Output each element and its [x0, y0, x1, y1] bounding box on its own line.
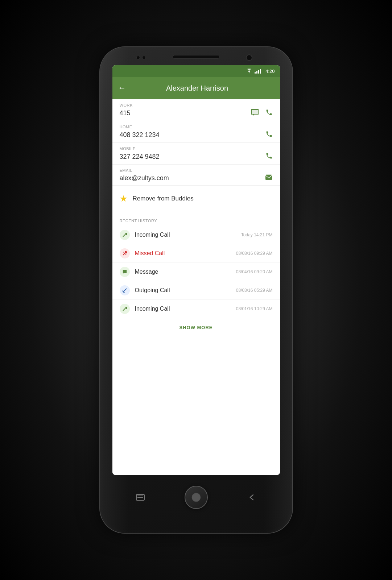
star-icon: ★	[120, 194, 128, 204]
call-icon-work[interactable]	[265, 109, 273, 118]
history-label-3: Outgoing Call	[135, 287, 236, 294]
home-row: 408 322 1234	[120, 130, 273, 140]
back-nav-button[interactable]	[245, 490, 259, 505]
svg-rect-3	[123, 270, 126, 273]
status-bar: 4:20	[112, 65, 280, 77]
outgoing-call-icon	[120, 285, 130, 295]
speaker-grille	[173, 55, 220, 59]
history-label-0: Incoming Call	[135, 232, 241, 238]
incoming-call-icon-4	[120, 304, 130, 314]
svg-rect-0	[252, 109, 258, 114]
sensor-dots	[136, 56, 146, 59]
svg-rect-1	[265, 175, 272, 180]
email-actions	[265, 174, 273, 182]
missed-call-icon	[120, 248, 130, 258]
history-item-4[interactable]: Incoming Call 08/01/16 10:29 AM	[112, 300, 280, 318]
history-label-1: Missed Call	[135, 250, 236, 257]
home-actions	[265, 130, 273, 140]
status-time: 4:20	[265, 69, 275, 74]
show-more-button[interactable]: SHOW MORE	[112, 318, 280, 337]
phone-top-bar	[100, 47, 292, 59]
back-button[interactable]: ←	[118, 83, 126, 93]
email-field: EMAIL alex@zultys.com	[112, 165, 280, 186]
camera	[246, 54, 252, 61]
history-time-1: 08/08/16 09:29 AM	[236, 251, 273, 256]
phone-device: 4:20 ← Alexander Harrison WORK 415	[100, 47, 292, 533]
work-actions	[251, 109, 273, 118]
work-field: WORK 415	[112, 99, 280, 121]
mobile-field: MOBILE 327 224 9482	[112, 143, 280, 165]
history-time-2: 08/04/16 09:20 AM	[236, 269, 273, 274]
svg-point-7	[192, 493, 201, 502]
email-value: alex@zultys.com	[120, 174, 169, 182]
work-label: WORK	[120, 103, 273, 107]
email-icon[interactable]	[265, 174, 273, 182]
contact-content: WORK 415	[112, 99, 280, 475]
remove-buddies-button[interactable]: ★ Remove from Buddies	[112, 186, 280, 212]
home-field: HOME 408 322 1234	[112, 121, 280, 143]
home-label: HOME	[120, 125, 273, 129]
history-time-0: Today 14:21 PM	[241, 232, 273, 237]
sensor-dot-1	[136, 56, 140, 59]
history-section-label: RECENT HISTORY	[112, 212, 280, 226]
sensor-dot-2	[142, 56, 146, 59]
history-label-2: Message	[135, 269, 236, 275]
work-row: 415	[120, 109, 273, 118]
signal-icon	[255, 69, 261, 74]
incoming-call-icon-0	[120, 230, 130, 240]
history-time-3: 08/03/16 05:29 AM	[236, 288, 273, 293]
remove-buddies-label: Remove from Buddies	[133, 195, 194, 202]
app-header: ← Alexander Harrison	[112, 77, 280, 99]
home-button[interactable]	[185, 486, 208, 509]
mobile-actions	[265, 152, 273, 161]
history-time-4: 08/01/16 10:29 AM	[236, 306, 273, 311]
wifi-icon	[246, 69, 252, 74]
call-icon-mobile[interactable]	[265, 152, 273, 161]
email-row: alex@zultys.com	[120, 174, 273, 182]
screen: 4:20 ← Alexander Harrison WORK 415	[112, 65, 280, 475]
message-icon[interactable]	[251, 109, 259, 118]
home-number: 408 322 1234	[120, 131, 160, 139]
message-history-icon	[120, 267, 130, 277]
status-icons: 4:20	[246, 69, 275, 74]
history-item-3[interactable]: Outgoing Call 08/03/16 05:29 AM	[112, 281, 280, 300]
mobile-row: 327 224 9482	[120, 152, 273, 161]
history-item-0[interactable]: Incoming Call Today 14:21 PM	[112, 226, 280, 244]
work-number: 415	[120, 109, 131, 117]
call-icon-home[interactable]	[265, 130, 273, 140]
phone-nav-bar	[100, 478, 292, 513]
mobile-label: MOBILE	[120, 146, 273, 151]
page-title: Alexander Harrison	[132, 84, 263, 92]
svg-rect-6	[137, 497, 143, 498]
svg-rect-5	[137, 496, 143, 496]
history-label-4: Incoming Call	[135, 306, 236, 312]
history-item-2[interactable]: Message 08/04/16 09:20 AM	[112, 263, 280, 281]
recents-nav-button[interactable]	[133, 490, 148, 505]
email-label: EMAIL	[120, 168, 273, 173]
mobile-number: 327 224 9482	[120, 153, 160, 161]
history-item-1[interactable]: Missed Call 08/08/16 09:29 AM	[112, 244, 280, 263]
